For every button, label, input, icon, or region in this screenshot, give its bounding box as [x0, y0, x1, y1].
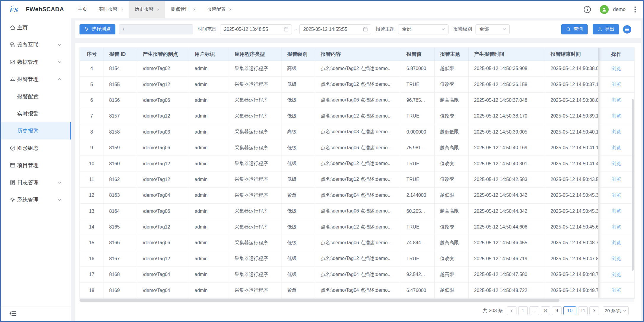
- horizontal-scrollbar[interactable]: [79, 299, 634, 302]
- cell-end: 2025-05-12 14:50:47.8: [545, 251, 598, 267]
- chevron-down-icon: [58, 43, 62, 47]
- cell-content: 点名:\demo\Tag12 点描述:demo...: [315, 219, 401, 235]
- cell-topic: 越高高限: [435, 93, 469, 108]
- cell-topic: 越低限: [435, 283, 469, 298]
- cell-tag: \demo\Tag06: [137, 140, 189, 156]
- sidebar-item-图形组态[interactable]: 图形组态: [1, 139, 71, 157]
- tab-历史报警[interactable]: 历史报警×: [129, 1, 165, 18]
- device-link-icon: [9, 42, 16, 48]
- browse-link[interactable]: 浏览: [612, 97, 621, 103]
- browse-link[interactable]: 浏览: [612, 240, 621, 246]
- cell-topic: 值改变: [435, 251, 469, 267]
- sidebar-item-历史报警[interactable]: 历史报警: [1, 122, 71, 139]
- page-button-10[interactable]: 10: [563, 306, 576, 315]
- browse-link[interactable]: 浏览: [612, 176, 621, 183]
- close-tab-icon[interactable]: ×: [193, 7, 196, 12]
- time-to-input[interactable]: 2025-05-12 14:55:55: [299, 24, 371, 34]
- export-button[interactable]: 导出: [593, 24, 619, 34]
- sidebar-item-报警管理[interactable]: 报警管理: [1, 71, 71, 88]
- logo-area: FS FWebSCADA: [1, 1, 72, 18]
- cell-tag: \demo\Tag04: [137, 283, 189, 298]
- page-size-select[interactable]: 20 条/页: [603, 306, 629, 315]
- cell-app: 采集器运行程序: [229, 156, 282, 172]
- browse-link[interactable]: 浏览: [612, 287, 621, 294]
- vertical-scrollbar[interactable]: [632, 99, 634, 271]
- column-header: 报警级别: [282, 48, 315, 61]
- browse-link[interactable]: 浏览: [612, 161, 621, 167]
- page-button-9[interactable]: 9: [552, 306, 562, 315]
- page-ellipsis[interactable]: ...: [529, 306, 539, 315]
- topic-select[interactable]: 全部: [398, 24, 449, 34]
- close-tab-icon[interactable]: ×: [121, 7, 123, 12]
- sidebar-item-报警配置[interactable]: 报警配置: [1, 88, 71, 105]
- sidebar-item-设备互联[interactable]: 设备互联: [1, 36, 71, 53]
- table-row: 108160\demo\Tag12admin采集器运行程序低级点名:\demo\…: [80, 156, 634, 172]
- page-button-11[interactable]: 11: [578, 306, 588, 315]
- cell-level: 低级: [282, 77, 315, 92]
- browse-link[interactable]: 浏览: [612, 192, 621, 199]
- cell-id: 8160: [104, 156, 137, 172]
- cell-operation: 浏览: [598, 108, 634, 124]
- sidebar-item-实时报警[interactable]: 实时报警: [1, 105, 71, 122]
- sidebar-item-项目管理[interactable]: 项目管理: [1, 157, 71, 174]
- select-point-button[interactable]: 选择测点: [79, 24, 115, 34]
- prev-page-button[interactable]: [507, 306, 516, 315]
- tab-主页[interactable]: 主页: [72, 1, 93, 18]
- close-tab-icon[interactable]: ×: [157, 7, 160, 12]
- cell-id: 8164: [104, 204, 137, 219]
- cursor-icon: [84, 27, 89, 32]
- cell-level: 低级: [282, 267, 315, 283]
- calendar-icon: [363, 27, 368, 32]
- cell-id: 8156: [104, 93, 137, 108]
- tab-实时报警[interactable]: 实时报警×: [93, 1, 129, 18]
- browse-link[interactable]: 浏览: [612, 66, 621, 72]
- browse-link[interactable]: 浏览: [612, 208, 621, 214]
- page-button-8[interactable]: 8: [541, 306, 550, 315]
- browse-link[interactable]: 浏览: [612, 129, 621, 135]
- column-header: 应用程序类型: [229, 48, 282, 61]
- sidebar-item-数据管理[interactable]: 数据管理: [1, 53, 71, 71]
- browse-link[interactable]: 浏览: [612, 224, 621, 230]
- cell-seq: 16: [80, 251, 104, 267]
- chevron-down-icon: [58, 180, 62, 185]
- cell-id: 8168: [104, 267, 137, 283]
- cell-level: 低级: [282, 93, 315, 108]
- cell-seq: 6: [80, 93, 104, 108]
- info-icon[interactable]: [583, 6, 591, 13]
- browse-link[interactable]: 浏览: [612, 113, 621, 119]
- browse-link[interactable]: 浏览: [612, 256, 621, 262]
- browse-link[interactable]: 浏览: [612, 272, 621, 278]
- time-from-input[interactable]: 2025-05-12 13:48:55: [220, 24, 292, 34]
- cell-start: 2025-05-12 14:50:46.719: [469, 251, 545, 267]
- cell-start: 2025-05-12 14:50:40.301: [469, 156, 545, 172]
- point-input[interactable]: \: [119, 24, 193, 34]
- sidebar-item-系统管理[interactable]: 系统管理: [1, 191, 71, 208]
- cell-user: admin: [189, 124, 229, 140]
- cell-app: 采集器运行程序: [229, 251, 282, 267]
- column-settings-button[interactable]: [623, 25, 631, 34]
- collapse-sidebar-icon[interactable]: [9, 310, 16, 318]
- cell-seq: 8: [80, 124, 104, 140]
- kebab-menu-icon[interactable]: [634, 6, 636, 13]
- cell-value: 6.870000: [401, 61, 435, 77]
- cell-app: 采集器运行程序: [229, 188, 282, 203]
- close-tab-icon[interactable]: ×: [229, 7, 232, 12]
- query-button[interactable]: 查询: [561, 24, 588, 34]
- sidebar-item-主页[interactable]: 主页: [1, 19, 71, 36]
- cell-id: 8169: [104, 283, 137, 298]
- page-button-1[interactable]: 1: [518, 306, 528, 315]
- table-row: 118162\demo\Tag12admin采集器运行程序低级点名:\demo\…: [80, 172, 634, 188]
- browse-link[interactable]: 浏览: [612, 81, 621, 88]
- tab-报警配置[interactable]: 报警配置×: [201, 1, 237, 18]
- sidebar-item-日志管理[interactable]: 日志管理: [1, 174, 71, 191]
- cell-operation: 浏览: [598, 283, 634, 298]
- cell-tag: \demo\Tag12: [137, 251, 189, 267]
- cell-user: admin: [189, 77, 229, 92]
- user-menu[interactable]: demo: [600, 5, 626, 14]
- cell-tag: \demo\Tag12: [137, 156, 189, 172]
- tab-测点管理[interactable]: 测点管理×: [165, 1, 201, 18]
- level-select[interactable]: 全部: [476, 24, 510, 34]
- browse-link[interactable]: 浏览: [612, 145, 621, 151]
- next-page-button[interactable]: [589, 306, 599, 315]
- cell-end: 2025-05-12 14:50:45.3: [545, 204, 598, 219]
